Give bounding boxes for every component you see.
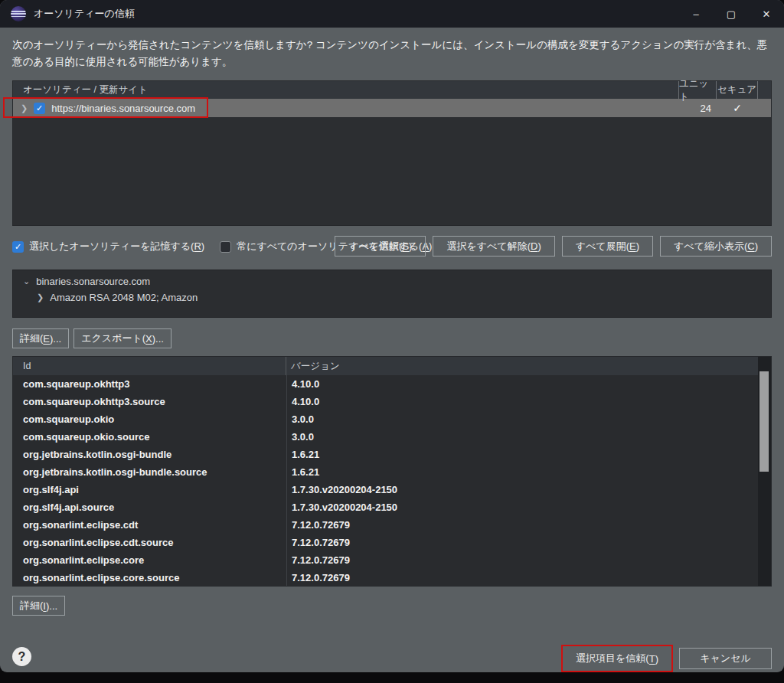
unit-id: org.sonarlint.eclipse.core	[13, 554, 286, 566]
table-row[interactable]: org.jetbrains.kotlin.osgi-bundle 1.6.21	[13, 446, 758, 463]
certificate-details-button[interactable]: 詳細(E)...	[12, 328, 69, 348]
chevron-down-icon[interactable]: ⌄	[23, 277, 30, 286]
titlebar: オーソリティーの信頼 – ▢ ✕	[0, 0, 784, 28]
authority-table: オーソリティー / 更新サイト ユニット セキュア ❯ ✓ https://bi…	[12, 80, 772, 226]
table-row[interactable]: com.squareup.okio 3.0.0	[13, 410, 758, 428]
unit-id: com.squareup.okhttp3	[13, 378, 286, 390]
footer-buttons: 選択項目を信頼(T) キャンセル	[561, 645, 772, 672]
unit-id: org.slf4j.api.source	[13, 502, 286, 513]
unit-version: 1.7.30.v20200204-2150	[286, 498, 758, 516]
column-header-authority[interactable]: オーソリティー / 更新サイト	[13, 81, 679, 99]
unit-table-body: com.squareup.okhttp3 4.10.0 com.squareup…	[13, 375, 758, 586]
help-icon[interactable]: ?	[12, 647, 31, 666]
unit-version: 1.6.21	[286, 446, 758, 463]
unit-table-header: Id バージョン	[13, 357, 771, 375]
unit-version: 3.0.0	[286, 410, 758, 428]
trust-authorities-dialog: オーソリティーの信頼 – ▢ ✕ 次のオーソリティーから発信されたコンテンツを信…	[0, 0, 784, 672]
table-row[interactable]: org.slf4j.api 1.7.30.v20200204-2150	[13, 481, 758, 498]
unit-id: com.squareup.okio	[13, 413, 286, 425]
unit-id: org.jetbrains.kotlin.osgi-bundle	[13, 449, 286, 460]
certificate-export-button[interactable]: エクスポート(X)...	[74, 328, 172, 348]
table-row[interactable]: org.sonarlint.eclipse.cdt 7.12.0.72679	[13, 516, 758, 534]
unit-version: 3.0.0	[286, 428, 758, 446]
unit-version: 7.12.0.72679	[286, 569, 758, 586]
table-row[interactable]: org.sonarlint.eclipse.core 7.12.0.72679	[13, 551, 758, 569]
trust-selected-button[interactable]: 選択項目を信頼(T)	[564, 648, 670, 669]
authority-url: https://binaries.sonarsource.com	[51, 103, 195, 114]
tree-host-label: binaries.sonarsource.com	[36, 276, 150, 287]
annotation-box-trust-button: 選択項目を信頼(T)	[561, 645, 673, 672]
tree-certificate-label: Amazon RSA 2048 M02; Amazon	[50, 292, 198, 303]
unit-version: 7.12.0.72679	[286, 534, 758, 551]
authority-row[interactable]: ❯ ✓ https://binaries.sonarsource.com 24 …	[13, 99, 771, 117]
chevron-right-icon[interactable]: ❯	[21, 104, 28, 113]
unit-id: org.sonarlint.eclipse.cdt	[13, 519, 286, 531]
unit-version: 4.10.0	[286, 375, 758, 393]
unit-id: com.squareup.okhttp3.source	[13, 396, 286, 407]
column-header-id[interactable]: Id	[13, 357, 286, 375]
column-header-secure[interactable]: セキュア	[717, 81, 758, 99]
table-row[interactable]: org.sonarlint.eclipse.cdt.source 7.12.0.…	[13, 534, 758, 551]
certificate-tree: ⌄ binaries.sonarsource.com ❯ Amazon RSA …	[12, 270, 772, 318]
deselect-all-button[interactable]: 選択をすべて解除(D)	[433, 236, 554, 257]
authority-table-header: オーソリティー / 更新サイト ユニット セキュア	[13, 81, 771, 99]
vertical-scrollbar[interactable]	[758, 357, 771, 586]
unit-version: 1.7.30.v20200204-2150	[286, 481, 758, 498]
unit-id: org.sonarlint.eclipse.cdt.source	[13, 537, 286, 548]
tree-item-host[interactable]: ⌄ binaries.sonarsource.com	[23, 273, 771, 289]
unit-id: org.jetbrains.kotlin.osgi-bundle.source	[13, 466, 286, 478]
minimize-button[interactable]: –	[678, 0, 714, 28]
table-row[interactable]: com.squareup.okhttp3 4.10.0	[13, 375, 758, 393]
collapse-all-button[interactable]: すべて縮小表示(C)	[660, 236, 772, 257]
unit-details-button[interactable]: 詳細(I)...	[12, 596, 65, 616]
unit-id: org.sonarlint.eclipse.core.source	[13, 572, 286, 583]
expand-all-button[interactable]: すべて展開(E)	[562, 236, 653, 257]
eclipse-logo-icon	[11, 6, 26, 21]
secure-checkmark-icon: ✓	[717, 102, 758, 114]
column-header-units[interactable]: ユニット	[679, 81, 717, 99]
table-row[interactable]: com.squareup.okhttp3.source 4.10.0	[13, 393, 758, 410]
selection-toolbar: すべて選択(S) 選択をすべて解除(D) すべて展開(E) すべて縮小表示(C)	[12, 236, 772, 257]
unit-version: 7.12.0.72679	[286, 516, 758, 534]
table-row[interactable]: org.slf4j.api.source 1.7.30.v20200204-21…	[13, 498, 758, 516]
table-row[interactable]: org.sonarlint.eclipse.core.source 7.12.0…	[13, 569, 758, 586]
select-all-button[interactable]: すべて選択(S)	[335, 236, 426, 257]
tree-item-certificate[interactable]: ❯ Amazon RSA 2048 M02; Amazon	[37, 289, 771, 306]
unit-version: 7.12.0.72679	[286, 551, 758, 569]
unit-table: Id バージョン com.squareup.okhttp3 4.10.0 com…	[12, 356, 772, 587]
unit-id: com.squareup.okio.source	[13, 431, 286, 443]
dialog-description: 次のオーソリティーから発信されたコンテンツを信頼しますか? コンテンツのインスト…	[12, 37, 772, 70]
window-controls: – ▢ ✕	[678, 0, 784, 28]
certificate-buttons: 詳細(E)... エクスポート(X)...	[12, 328, 172, 348]
column-header-spacer	[758, 81, 771, 99]
authority-checkbox[interactable]: ✓	[34, 103, 45, 114]
unit-version: 1.6.21	[286, 463, 758, 481]
window-title: オーソリティーの信頼	[34, 7, 135, 21]
chevron-right-icon[interactable]: ❯	[37, 293, 44, 302]
column-header-version[interactable]: バージョン	[286, 357, 771, 375]
cancel-button[interactable]: キャンセル	[679, 648, 772, 669]
unit-id: org.slf4j.api	[13, 484, 286, 495]
scrollbar-thumb[interactable]	[760, 371, 769, 472]
table-row[interactable]: org.jetbrains.kotlin.osgi-bundle.source …	[13, 463, 758, 481]
maximize-button[interactable]: ▢	[714, 0, 749, 28]
unit-version: 4.10.0	[286, 393, 758, 410]
close-button[interactable]: ✕	[749, 0, 784, 28]
units-count: 24	[679, 103, 717, 114]
table-row[interactable]: com.squareup.okio.source 3.0.0	[13, 428, 758, 446]
